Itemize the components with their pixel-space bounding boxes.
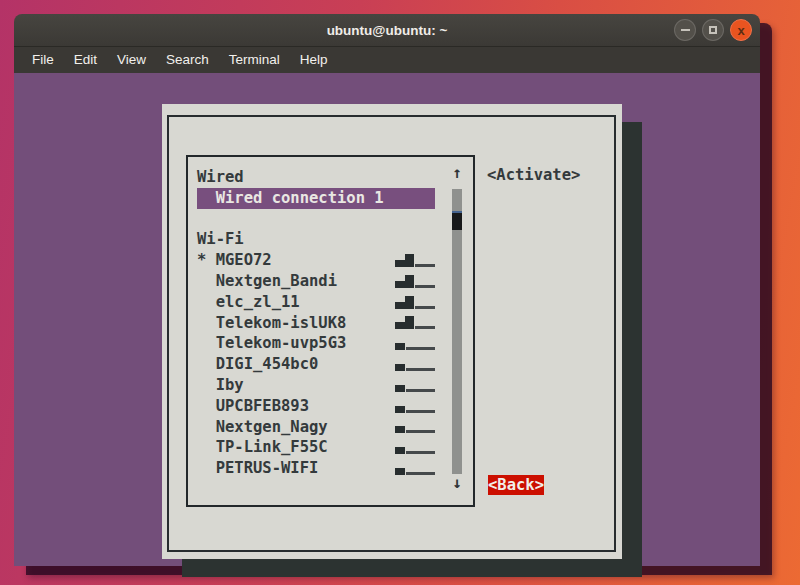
network-row[interactable]: DIGI_454bc0 xyxy=(197,354,435,375)
network-row[interactable]: Nextgen_Bandi xyxy=(197,271,435,292)
network-row[interactable]: * MGEO72 xyxy=(197,250,435,271)
activate-button[interactable]: <Activate> xyxy=(487,166,580,184)
window-controls: x xyxy=(674,19,752,41)
menu-edit[interactable]: Edit xyxy=(64,47,107,73)
network-name: * MGEO72 xyxy=(197,251,272,269)
window-title: ubuntu@ubuntu: ~ xyxy=(14,14,760,47)
network-row[interactable]: Nextgen_Nagy xyxy=(197,417,435,438)
terminal-window: ubuntu@ubuntu: ~ x File Edit View Search… xyxy=(14,14,760,566)
signal-strength-icon xyxy=(395,336,435,351)
menu-terminal[interactable]: Terminal xyxy=(219,47,290,73)
menu-view[interactable]: View xyxy=(107,47,156,73)
network-row[interactable]: Telekom-islUK8 xyxy=(197,313,435,334)
network-name: Wired connection 1 xyxy=(197,189,384,207)
network-name: PETRUS-WIFI xyxy=(197,459,318,477)
close-button[interactable]: x xyxy=(730,19,752,41)
menubar: File Edit View Search Terminal Help xyxy=(14,47,760,73)
signal-strength-icon xyxy=(395,461,435,476)
section-header: Wi-Fi xyxy=(197,229,435,250)
desktop-background: ubuntu@ubuntu: ~ x File Edit View Search… xyxy=(0,0,800,585)
signal-strength-icon xyxy=(395,378,435,393)
minimize-icon xyxy=(681,29,690,31)
network-name: elc_zl_11 xyxy=(197,293,300,311)
signal-strength-icon xyxy=(395,399,435,414)
menu-file[interactable]: File xyxy=(22,47,64,73)
scrollbar-track[interactable] xyxy=(452,189,462,474)
network-row[interactable]: UPCBFEB893 xyxy=(197,396,435,417)
network-name: Nextgen_Nagy xyxy=(197,418,328,436)
signal-strength-icon xyxy=(395,440,435,455)
network-name: Nextgen_Bandi xyxy=(197,272,337,290)
network-name: TP-Link_F55C xyxy=(197,438,328,456)
scroll-up-icon[interactable]: ↑ xyxy=(450,163,464,183)
network-name: Telekom-islUK8 xyxy=(197,314,346,332)
blank-row xyxy=(197,209,435,230)
network-name: Telekom-uvp5G3 xyxy=(197,334,346,352)
network-list[interactable]: Wired Wired connection 1Wi-Fi* MGEO72 Ne… xyxy=(186,155,475,507)
signal-strength-icon xyxy=(395,253,435,268)
close-icon: x xyxy=(737,24,744,37)
menu-help[interactable]: Help xyxy=(290,47,338,73)
titlebar[interactable]: ubuntu@ubuntu: ~ x xyxy=(14,14,760,47)
terminal-viewport: Wired Wired connection 1Wi-Fi* MGEO72 Ne… xyxy=(14,73,760,566)
network-row[interactable]: PETRUS-WIFI xyxy=(197,458,435,479)
network-name: Iby xyxy=(197,376,244,394)
network-name: DIGI_454bc0 xyxy=(197,355,318,373)
network-row[interactable]: Telekom-uvp5G3 xyxy=(197,333,435,354)
back-button[interactable]: <Back> xyxy=(488,475,544,495)
scrollbar[interactable]: ↑ ↓ xyxy=(450,157,464,505)
network-rows: Wired Wired connection 1Wi-Fi* MGEO72 Ne… xyxy=(197,167,437,479)
scrollbar-thumb[interactable] xyxy=(452,211,462,230)
maximize-icon xyxy=(709,26,717,34)
minimize-button[interactable] xyxy=(674,19,696,41)
network-row[interactable]: Wired connection 1 xyxy=(197,188,435,209)
signal-strength-icon xyxy=(395,274,435,289)
network-row[interactable]: elc_zl_11 xyxy=(197,292,435,313)
nmtui-activate-dialog: Wired Wired connection 1Wi-Fi* MGEO72 Ne… xyxy=(162,104,622,559)
section-header: Wired xyxy=(197,167,435,188)
signal-strength-icon xyxy=(395,419,435,434)
network-row[interactable]: Iby xyxy=(197,375,435,396)
network-row[interactable]: TP-Link_F55C xyxy=(197,437,435,458)
signal-strength-icon xyxy=(395,357,435,372)
maximize-button[interactable] xyxy=(702,19,724,41)
menu-search[interactable]: Search xyxy=(156,47,219,73)
signal-strength-icon xyxy=(395,315,435,330)
signal-strength-icon xyxy=(395,295,435,310)
scroll-down-icon[interactable]: ↓ xyxy=(450,473,464,493)
network-name: UPCBFEB893 xyxy=(197,397,309,415)
